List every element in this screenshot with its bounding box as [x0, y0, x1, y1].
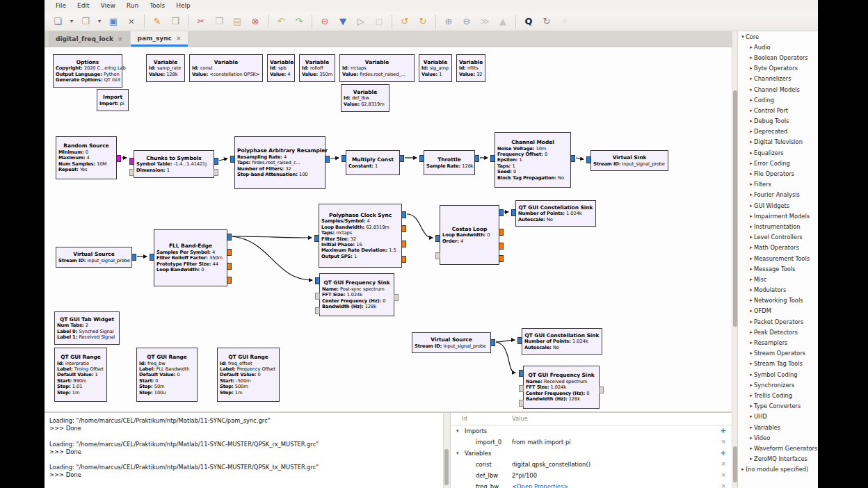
chevron-right-icon[interactable]: ▸ — [748, 446, 754, 451]
cut-button[interactable]: ✂ — [193, 14, 209, 29]
tree-category-gui-widgets[interactable]: ▸GUI Widgets — [738, 200, 818, 211]
chevron-right-icon[interactable]: ▸ — [748, 266, 754, 272]
chevron-right-icon[interactable]: ▸ — [748, 456, 754, 462]
tree-category-fourier-analysis[interactable]: ▸Fourier Analysis — [738, 190, 818, 200]
chevron-right-icon[interactable]: ▸ — [748, 350, 754, 356]
tree-category-level-controllers[interactable]: ▸Level Controllers — [738, 232, 818, 243]
complex-port-right[interactable] — [474, 155, 479, 162]
chevron-right-icon[interactable]: ▸ — [748, 97, 754, 103]
chevron-right-icon[interactable]: ▸ — [748, 44, 754, 50]
menu-file[interactable]: File — [50, 0, 72, 12]
menu-view[interactable]: View — [95, 0, 121, 12]
chevron-right-icon[interactable]: ▸ — [748, 393, 754, 398]
edit-properties-button[interactable]: ✎ — [149, 14, 166, 29]
chevron-right-icon[interactable]: ▸ — [748, 192, 754, 197]
generate-button[interactable]: ▼ — [335, 14, 351, 29]
complex-port-left[interactable] — [150, 254, 154, 261]
tree-category-audio[interactable]: ▸Audio — [738, 42, 818, 52]
float-port-right[interactable] — [401, 225, 406, 232]
block-throttle[interactable]: ThrottleSample Rate: 128k — [424, 150, 475, 175]
complex-port-right[interactable] — [214, 158, 218, 165]
remove-icon[interactable]: × — [721, 438, 726, 445]
block-virtual-source[interactable]: Virtual SourceStream ID: input_signal_pr… — [56, 247, 132, 268]
chevron-right-icon[interactable]: ▸ — [748, 372, 754, 377]
block-qt-gui-constellation-sink-1[interactable]: QT GUI Constellation SinkNumber of Point… — [515, 200, 596, 227]
tree-category-waveform-generators[interactable]: ▸Waveform Generators — [738, 443, 818, 453]
msg-port-left[interactable] — [435, 252, 440, 259]
block-polyphase-clock-sync[interactable]: Polyphase Clock SyncSamples/Symbol: 4Loo… — [319, 204, 402, 268]
connection-resampler-to-multiply[interactable] — [330, 158, 339, 158]
save-button[interactable]: ▣ — [105, 14, 122, 29]
block-virtual-source-2[interactable]: Virtual SourceStream ID: input_signal_pr… — [412, 332, 491, 353]
block-random-source[interactable]: Random SourceMinimum: 0Maximum: 4Num Sam… — [56, 136, 117, 179]
chevron-right-icon[interactable]: ▸ — [748, 55, 754, 60]
chevron-right-icon[interactable]: ▸ — [748, 340, 754, 345]
complex-port-left[interactable] — [435, 235, 440, 242]
tree-category-trellis-coding[interactable]: ▸Trellis Coding — [738, 390, 818, 400]
new-file-dropdown[interactable]: ▾ — [67, 14, 76, 29]
chevron-right-icon[interactable]: ▸ — [748, 108, 754, 113]
find-block-button[interactable]: Q — [520, 14, 537, 29]
block-qt-gui-range-freq-offset[interactable]: QT GUI RangeId: freq_offsetLabel: Freque… — [217, 348, 280, 402]
msg-port-right[interactable] — [214, 169, 218, 176]
complex-port-right[interactable] — [399, 155, 404, 162]
remove-icon[interactable]: × — [721, 482, 726, 488]
float-port-right[interactable] — [401, 256, 406, 263]
complex-port-right[interactable] — [401, 211, 406, 218]
tree-category-message-tools[interactable]: ▸Message Tools — [738, 263, 818, 274]
remove-icon[interactable]: × — [721, 471, 726, 478]
tree-category-peak-detectors[interactable]: ▸Peak Detectors — [738, 327, 818, 337]
block-channel-model[interactable]: Channel ModelNoise Voltage: 10mFrequency… — [495, 132, 571, 188]
paste-button[interactable]: ▤ — [229, 14, 246, 29]
tree-category-no-module[interactable]: ▸(no module specified) — [738, 464, 818, 475]
block-qt-gui-range-interpratio[interactable]: QT GUI RangeId: interpratioLabel: Tming … — [54, 348, 107, 402]
errors-button[interactable]: ⊖ — [316, 14, 333, 29]
chevron-right-icon[interactable]: ▸ — [748, 277, 754, 282]
chevron-right-icon[interactable]: ▸ — [748, 361, 754, 366]
tree-category-impairment-models[interactable]: ▸Impairment Models — [738, 211, 818, 221]
variable-group-row[interactable]: ▾Variables+ — [451, 448, 732, 459]
open-dropdown[interactable]: ▾ — [95, 14, 104, 29]
block-polyphase-arbitrary-resampler[interactable]: Polyphase Arbitrary ResamplerResampling … — [234, 136, 326, 189]
msg-port-left[interactable] — [519, 400, 524, 407]
chevron-right-icon[interactable]: ▸ — [748, 213, 754, 219]
connection-fll-to-clock-sync[interactable] — [232, 236, 312, 238]
add-icon[interactable]: + — [721, 449, 726, 457]
menu-tools[interactable]: Tools — [144, 0, 170, 12]
block-chunks-to-symbols[interactable]: Chunks to SymbolsSymbol Table: -1.4...1.… — [134, 150, 214, 178]
delete-button[interactable]: ⊗ — [247, 14, 264, 29]
tree-category-file-operators[interactable]: ▸File Operators — [738, 168, 818, 179]
tree-category-symbol-coding[interactable]: ▸Symbol Coding — [738, 369, 818, 380]
block-options[interactable]: OptionsCopyright: 2020 C...ering LabOutp… — [53, 54, 122, 88]
chevron-right-icon[interactable]: ▸ — [740, 466, 746, 472]
complex-port-left[interactable] — [511, 209, 516, 216]
float-port-right[interactable] — [227, 263, 232, 270]
tab-digital_freq_lock[interactable]: digital_freq_lock× — [49, 31, 130, 47]
chevron-right-icon[interactable]: ▸ — [748, 330, 754, 335]
execute-button[interactable]: ▷ — [353, 14, 369, 29]
complex-port-left[interactable] — [419, 155, 424, 162]
block-variable-const[interactable]: VariableId: constValue: <constellation Q… — [189, 54, 263, 82]
tree-category-variables[interactable]: ▸Variables — [738, 422, 818, 432]
float-port-right[interactable] — [499, 229, 504, 236]
tree-category-channelizers[interactable]: ▸Channelizers — [738, 74, 818, 84]
tree-category-equalizers[interactable]: ▸Equalizers — [738, 147, 818, 158]
complex-port-left[interactable] — [315, 277, 320, 284]
block-multiply-const[interactable]: Multiply ConstConstant: 1 — [346, 150, 400, 175]
tree-category-networking-tools[interactable]: ▸Networking Tools — [738, 295, 818, 306]
connection-clock-sync-to-costas[interactable] — [407, 214, 433, 238]
tree-category-video[interactable]: ▸Video — [738, 432, 818, 443]
connection-virtual-source2-to-frequency-sink[interactable] — [496, 342, 515, 373]
tree-category-instrumentation[interactable]: ▸Instrumentation — [738, 221, 818, 231]
tree-category-modulators[interactable]: ▸Modulators — [738, 285, 818, 295]
complex-port-right[interactable] — [131, 254, 136, 261]
variable-row[interactable]: import_0from math import pi× — [451, 437, 732, 448]
variable-group-row[interactable]: ▾Imports+ — [451, 425, 732, 437]
msg-port-left[interactable] — [315, 307, 320, 314]
chevron-right-icon[interactable]: ▸ — [748, 87, 754, 92]
block-variable-nfilts[interactable]: VariableId: nfiltsValue: 32 — [456, 54, 485, 82]
zoom-in-button[interactable]: ⊕ — [440, 14, 457, 29]
block-variable-samp-rate[interactable]: VariableId: samp_rateValue: 128k — [146, 54, 185, 82]
complex-port-left[interactable] — [341, 155, 346, 162]
tree-category-zeromq-interfaces[interactable]: ▸ZeroMQ Interfaces — [738, 454, 818, 464]
